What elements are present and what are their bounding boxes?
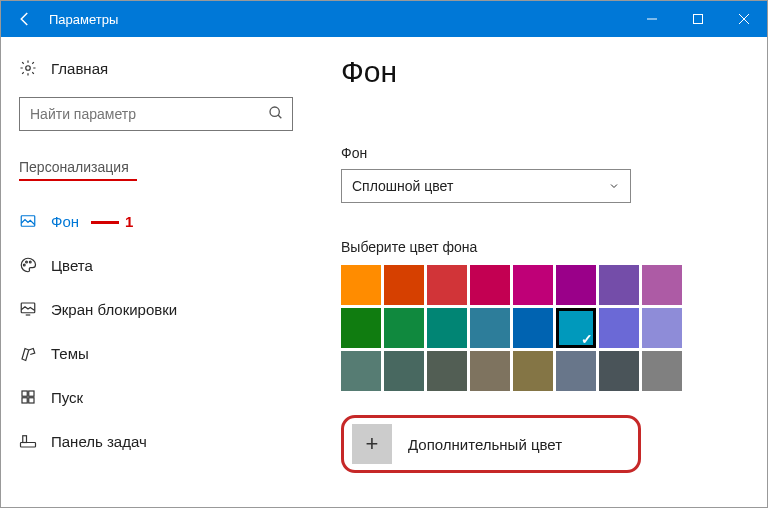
- window-title: Параметры: [49, 12, 118, 27]
- annotation-marker: 1: [91, 213, 134, 230]
- bg-field-label: Фон: [341, 145, 737, 161]
- sidebar-item-3[interactable]: Темы: [1, 331, 293, 375]
- color-swatch[interactable]: [427, 265, 467, 305]
- color-swatch[interactable]: [556, 351, 596, 391]
- search-icon: [268, 105, 284, 121]
- annotation-underline: [19, 179, 137, 181]
- nav-list: Фон1ЦветаЭкран блокировкиТемыПускПанель …: [1, 199, 293, 463]
- color-swatch[interactable]: [599, 265, 639, 305]
- svg-rect-14: [29, 398, 34, 403]
- svg-rect-13: [22, 398, 27, 403]
- titlebar: Параметры: [1, 1, 767, 37]
- maximize-button[interactable]: [675, 1, 721, 37]
- color-swatch[interactable]: [384, 308, 424, 348]
- color-swatch[interactable]: [384, 351, 424, 391]
- color-swatch[interactable]: [513, 351, 553, 391]
- color-swatch[interactable]: [470, 265, 510, 305]
- sidebar-item-5[interactable]: Панель задач: [1, 419, 293, 463]
- nav-label: Темы: [39, 345, 89, 362]
- sidebar-item-1[interactable]: Цвета: [1, 243, 293, 287]
- color-swatch[interactable]: [556, 265, 596, 305]
- svg-rect-12: [29, 391, 34, 396]
- color-swatch[interactable]: [513, 308, 553, 348]
- svg-line-4: [278, 115, 281, 118]
- nav-icon: [19, 388, 39, 406]
- chevron-down-icon: [608, 180, 620, 192]
- nav-label: Экран блокировки: [39, 301, 177, 318]
- svg-rect-1: [694, 15, 703, 24]
- color-swatch[interactable]: [513, 265, 553, 305]
- sidebar-item-0[interactable]: Фон1: [1, 199, 293, 243]
- nav-label: Фон: [39, 213, 79, 230]
- close-button[interactable]: [721, 1, 767, 37]
- custom-color-row[interactable]: + Дополнительный цвет: [341, 415, 641, 473]
- svg-point-8: [29, 261, 31, 263]
- color-swatch[interactable]: [642, 351, 682, 391]
- bg-select-value: Сплошной цвет: [352, 178, 453, 194]
- nav-label: Цвета: [39, 257, 93, 274]
- color-swatch[interactable]: [599, 351, 639, 391]
- svg-rect-16: [23, 436, 27, 443]
- color-swatch[interactable]: [599, 308, 639, 348]
- color-swatch[interactable]: [470, 351, 510, 391]
- svg-rect-15: [21, 443, 36, 448]
- nav-label: Панель задач: [39, 433, 147, 450]
- minimize-button[interactable]: [629, 1, 675, 37]
- page-title: Фон: [341, 55, 737, 89]
- home-label: Главная: [39, 60, 108, 77]
- color-swatch[interactable]: [427, 308, 467, 348]
- content-pane: Фон Фон Сплошной цвет Выберите цвет фона…: [311, 37, 767, 507]
- nav-icon: [19, 256, 39, 274]
- svg-point-3: [270, 107, 279, 116]
- color-grid: [341, 265, 737, 391]
- back-button[interactable]: [1, 1, 49, 37]
- nav-icon: [19, 344, 39, 362]
- plus-icon: +: [352, 424, 392, 464]
- nav-icon: [19, 300, 39, 318]
- color-swatch[interactable]: [341, 351, 381, 391]
- color-swatch[interactable]: [341, 265, 381, 305]
- color-swatch[interactable]: [427, 351, 467, 391]
- gear-icon: [19, 59, 39, 77]
- color-swatch[interactable]: [470, 308, 510, 348]
- sidebar-item-2[interactable]: Экран блокировки: [1, 287, 293, 331]
- sidebar: Главная Персонализация Фон1ЦветаЭкран бл…: [1, 37, 311, 507]
- svg-rect-11: [22, 391, 27, 396]
- nav-label: Пуск: [39, 389, 83, 406]
- search-input[interactable]: [20, 106, 292, 122]
- category-label: Персонализация: [19, 159, 293, 175]
- color-swatch[interactable]: [556, 308, 596, 348]
- color-swatch[interactable]: [384, 265, 424, 305]
- home-link[interactable]: Главная: [19, 59, 293, 77]
- nav-icon: [19, 432, 39, 450]
- search-box[interactable]: [19, 97, 293, 131]
- sidebar-item-4[interactable]: Пуск: [1, 375, 293, 419]
- svg-point-7: [26, 261, 28, 263]
- color-swatch[interactable]: [642, 265, 682, 305]
- svg-point-2: [26, 66, 31, 71]
- custom-color-label: Дополнительный цвет: [392, 436, 562, 453]
- svg-point-6: [23, 264, 25, 266]
- pick-color-label: Выберите цвет фона: [341, 239, 737, 255]
- color-swatch[interactable]: [642, 308, 682, 348]
- color-swatch[interactable]: [341, 308, 381, 348]
- nav-icon: [19, 212, 39, 230]
- bg-select[interactable]: Сплошной цвет: [341, 169, 631, 203]
